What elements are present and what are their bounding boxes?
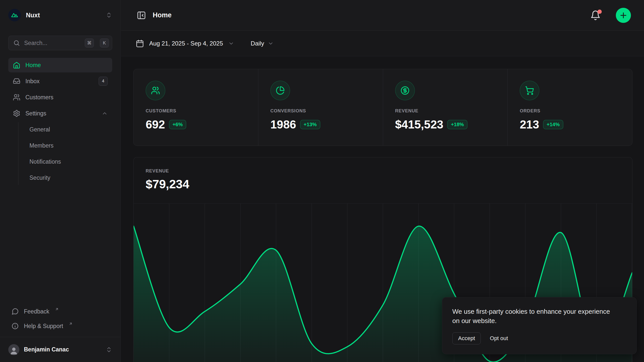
stats-row: CUSTOMERS 692 +6% CONVERSIONS 1986 +13% xyxy=(133,69,632,146)
stat-card-revenue[interactable]: REVENUE $415,523 +18% xyxy=(383,69,508,146)
inbox-count-badge: 4 xyxy=(99,77,108,86)
chevron-down-icon xyxy=(268,40,274,47)
help-support-label: Help & Support xyxy=(24,323,63,330)
feedback-label: Feedback xyxy=(24,308,49,315)
cookie-message: We use first-party cookies to enhance yo… xyxy=(452,307,613,326)
chevron-down-icon xyxy=(228,40,234,47)
message-bubble-icon xyxy=(11,308,19,315)
user-menu[interactable]: Benjamin Canac xyxy=(0,337,120,362)
kbd-cmd: ⌘ xyxy=(85,38,94,48)
page-header: Home xyxy=(121,0,644,31)
granularity-select[interactable]: Daily xyxy=(251,40,274,47)
settings-subnav: General Members Notifications Security xyxy=(18,122,112,185)
sidebar: Nuxt Search... ⌘ K xyxy=(0,0,121,362)
sidebar-item-label: Inbox xyxy=(25,78,94,85)
chart-title: REVENUE xyxy=(146,168,620,174)
sidebar-item-label: Members xyxy=(29,142,54,149)
notifications-button[interactable] xyxy=(590,10,601,21)
stat-delta-badge: +18% xyxy=(447,120,467,129)
stat-card-conversions[interactable]: CONVERSIONS 1986 +13% xyxy=(258,69,383,146)
sidebar-collapse-icon[interactable] xyxy=(137,11,146,20)
sidebar-item-label: Home xyxy=(25,62,108,69)
sidebar-item-label: Notifications xyxy=(29,158,61,165)
shopping-cart-icon xyxy=(520,81,539,100)
stat-value: 1986 xyxy=(270,118,296,131)
sidebar-item-notifications[interactable]: Notifications xyxy=(26,154,112,169)
sidebar-item-label: General xyxy=(29,126,50,133)
chart-total-value: $79,234 xyxy=(146,177,620,191)
stat-delta-badge: +14% xyxy=(543,120,563,129)
users-icon xyxy=(146,81,165,100)
stat-card-customers[interactable]: CUSTOMERS 692 +6% xyxy=(134,69,258,146)
add-button[interactable] xyxy=(616,8,631,23)
chevrons-up-down-icon xyxy=(106,12,112,18)
chevrons-up-down-icon xyxy=(106,346,112,353)
stat-delta-badge: +6% xyxy=(169,120,186,129)
stat-label: ORDERS xyxy=(520,108,620,114)
sidebar-item-inbox[interactable]: Inbox 4 xyxy=(8,74,112,88)
date-range-picker[interactable]: Aug 21, 2025 - Sep 4, 2025 xyxy=(136,39,234,48)
sidebar-item-security[interactable]: Security xyxy=(26,170,112,185)
filter-bar: Aug 21, 2025 - Sep 4, 2025 Daily xyxy=(121,31,644,56)
sidebar-item-members[interactable]: Members xyxy=(26,138,112,153)
sidebar-item-label: Security xyxy=(29,174,50,181)
cookie-banner: We use first-party cookies to enhance yo… xyxy=(442,297,637,354)
page-title: Home xyxy=(153,11,584,19)
kbd-k: K xyxy=(100,38,109,48)
stat-value: 692 xyxy=(146,118,165,131)
stat-card-orders[interactable]: ORDERS 213 +14% xyxy=(507,69,632,146)
home-icon xyxy=(13,61,20,69)
feedback-link[interactable]: Feedback xyxy=(8,304,112,319)
stat-label: CONVERSIONS xyxy=(270,108,371,114)
stat-value: $415,523 xyxy=(395,118,444,131)
inbox-icon xyxy=(13,77,20,85)
search-icon xyxy=(13,39,20,47)
stat-label: CUSTOMERS xyxy=(146,108,246,114)
search-placeholder: Search... xyxy=(24,40,81,47)
external-link-icon xyxy=(69,322,73,326)
calendar-icon xyxy=(136,39,144,48)
sidebar-item-label: Settings xyxy=(25,110,97,117)
opt-out-button[interactable]: Opt out xyxy=(490,335,508,342)
stat-value: 213 xyxy=(520,118,539,131)
granularity-value: Daily xyxy=(251,40,264,47)
user-name: Benjamin Canac xyxy=(24,346,101,353)
sidebar-item-customers[interactable]: Customers xyxy=(8,90,112,105)
gear-icon xyxy=(13,110,20,117)
date-range-value: Aug 21, 2025 - Sep 4, 2025 xyxy=(149,40,223,47)
workspace-switcher[interactable]: Nuxt xyxy=(8,5,112,26)
help-support-link[interactable]: Help & Support xyxy=(8,319,112,333)
dashboard-page: Nuxt Search... ⌘ K xyxy=(0,0,644,362)
sidebar-item-settings[interactable]: Settings xyxy=(8,106,112,121)
app-title: Nuxt xyxy=(26,12,101,19)
search-input[interactable]: Search... ⌘ K xyxy=(8,36,112,50)
circle-dollar-icon xyxy=(395,81,415,100)
chevron-up-icon xyxy=(102,110,108,116)
sidebar-item-label: Customers xyxy=(25,94,108,101)
sidebar-item-general[interactable]: General xyxy=(26,122,112,137)
stat-label: REVENUE xyxy=(395,108,496,114)
sidebar-nav: Home Inbox 4 xyxy=(8,58,112,185)
chart-pie-icon xyxy=(270,81,290,100)
stat-delta-badge: +13% xyxy=(300,120,320,129)
sidebar-footer: Feedback Help & Support xyxy=(0,304,120,337)
notification-dot xyxy=(597,10,602,14)
sidebar-item-home[interactable]: Home xyxy=(8,58,112,72)
info-circle-icon xyxy=(11,322,19,330)
users-icon xyxy=(13,94,20,101)
external-link-icon xyxy=(55,307,59,311)
avatar xyxy=(8,344,19,355)
nuxt-logo-icon xyxy=(8,9,21,21)
accept-button[interactable]: Accept xyxy=(452,332,481,344)
